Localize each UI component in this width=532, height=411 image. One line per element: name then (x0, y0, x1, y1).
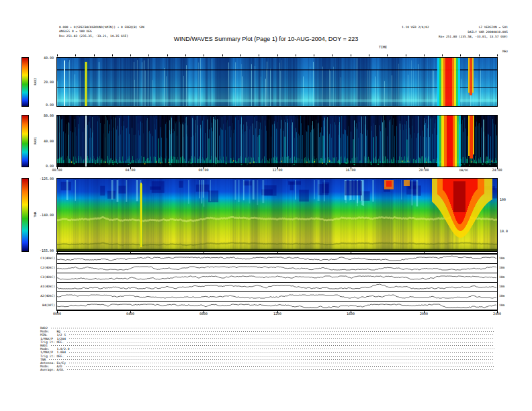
axis-tick (57, 167, 58, 169)
version-label: 1.10 VER 2/4/02 (402, 26, 429, 29)
dot-leader (51, 345, 494, 346)
axis-tick (75, 54, 76, 56)
rad2-cb-tick-max: 40.00 (32, 56, 54, 60)
tnr-right-tick-10: 10.0 (500, 229, 508, 233)
strip-right-label-1: 10m (499, 257, 504, 260)
mid-axis-extra-label: DB/DC (459, 169, 469, 172)
header-note-1: 0.000 + 0(SPECBACKGROUND(%MIN)) + 0 FREQ… (59, 26, 144, 29)
time-axis-title: TIME (379, 45, 387, 49)
legend-text: Average: A/DL (40, 368, 64, 371)
dot-leader (66, 366, 494, 367)
tnr-cb-tick-min: -155.00 (30, 248, 54, 253)
strip-label-6: B4(DPT) (28, 304, 55, 307)
axis-tick (185, 54, 186, 56)
legend-line: Average: A/DL (40, 368, 494, 371)
axis-tick (204, 252, 204, 254)
axis-tick (148, 54, 149, 56)
strip-label-5: A2(4DkC) (28, 294, 55, 298)
rad2-axis-label: RAD2 (34, 70, 37, 94)
tnr-axis-label: TNR (34, 203, 37, 227)
rad2-cb-tick-min: 0.00 (32, 103, 54, 107)
dot-leader (69, 363, 494, 363)
rad1-axis-label: RAD1 (34, 129, 37, 153)
axis-tick (424, 311, 425, 313)
dot-leader (64, 331, 494, 332)
strip-right-label-5: 10m (499, 294, 504, 298)
axis-tick (424, 167, 425, 169)
axis-tick (351, 252, 351, 254)
axis-tick (314, 54, 314, 56)
axis-tick (277, 54, 278, 56)
dot-leader (73, 349, 494, 349)
daily-var-label: DAILY VAR 20040810.005 (407, 30, 508, 34)
axis-tick (112, 54, 113, 56)
tnr-spectrogram (56, 178, 498, 252)
axis-tick (497, 311, 498, 313)
strip-right-label-3: 10m (499, 275, 504, 279)
axis-tick (442, 54, 443, 56)
page-title: WIND/WAVES Summary Plot (Page 1) for 10-… (98, 36, 434, 42)
axis-tick (497, 54, 498, 56)
axis-tick (57, 54, 58, 56)
tnr-cb-tick-max: -125.00 (30, 177, 54, 181)
strip-label-4: A1(4DkC) (28, 285, 55, 288)
axis-tick (94, 54, 95, 56)
lz-version-label: LZ VERSION = 501 (441, 26, 508, 29)
axis-tick (497, 167, 498, 169)
strip-label-3: C3(4DkC) (28, 275, 55, 279)
strip-right-label-4: 10m (499, 285, 504, 288)
axis-tick (351, 167, 351, 169)
dot-leader (67, 342, 494, 342)
axis-tick (57, 311, 58, 313)
frequency-unit-label: MHz (502, 50, 508, 53)
tnr-colorbar (21, 178, 29, 252)
rad1-cb-tick-max: 80.00 (32, 113, 54, 118)
strip-label-1: C1(4DkC) (28, 257, 55, 260)
axis-tick (222, 54, 223, 56)
summary-plot-page: 0.000 + 0(SPECBACKGROUND(%MIN)) + 0 FREQ… (0, 0, 532, 411)
strip-lines-canvas (56, 253, 498, 311)
axis-tick (406, 54, 406, 56)
strip-label-2: C2(4DkC) (28, 266, 55, 269)
axis-tick (332, 54, 332, 56)
dot-leader (69, 338, 494, 339)
axis-tick (204, 311, 204, 313)
axis-tick (277, 311, 278, 313)
dot-leader (51, 328, 494, 328)
strip-right-label-6: 10m (499, 304, 504, 307)
dot-leader (67, 369, 494, 370)
axis-tick (296, 54, 296, 56)
axis-tick (259, 54, 259, 56)
axis-tick (204, 54, 204, 56)
rad2-spectrogram (56, 57, 498, 107)
axis-tick (130, 252, 131, 254)
dot-leader (69, 334, 494, 335)
axis-tick (204, 167, 204, 169)
dot-leader (49, 359, 494, 360)
axis-tick (369, 54, 369, 56)
axis-tick (424, 54, 425, 56)
axis-tick (130, 54, 131, 56)
axis-tick (460, 54, 461, 56)
axis-tick (57, 252, 58, 254)
axis-tick (479, 54, 480, 56)
axis-tick (130, 311, 131, 313)
header-note-2: ANGLES 0 = 180 DEG (59, 30, 92, 33)
axis-tick (351, 311, 351, 313)
rad1-colorbar (21, 115, 29, 167)
axis-tick (497, 252, 498, 254)
axis-tick (240, 54, 241, 56)
dot-leader (67, 356, 494, 357)
settings-legend: RAD2 Mode: Bg MIN: 1/2 S 1/MAX/P 1/2A4 T… (40, 326, 494, 371)
axis-tick (424, 252, 425, 254)
axis-tick (130, 167, 131, 169)
tnr-right-tick-100: 100 (500, 197, 506, 201)
rad1-spectrogram (56, 115, 498, 167)
strip-right-label-2: 10m (499, 266, 504, 269)
axis-tick (167, 54, 168, 56)
axis-tick (387, 54, 388, 56)
rad2-colorbar (21, 57, 29, 107)
axis-tick (351, 54, 351, 56)
dot-leader (69, 352, 494, 353)
axis-tick (277, 252, 278, 254)
